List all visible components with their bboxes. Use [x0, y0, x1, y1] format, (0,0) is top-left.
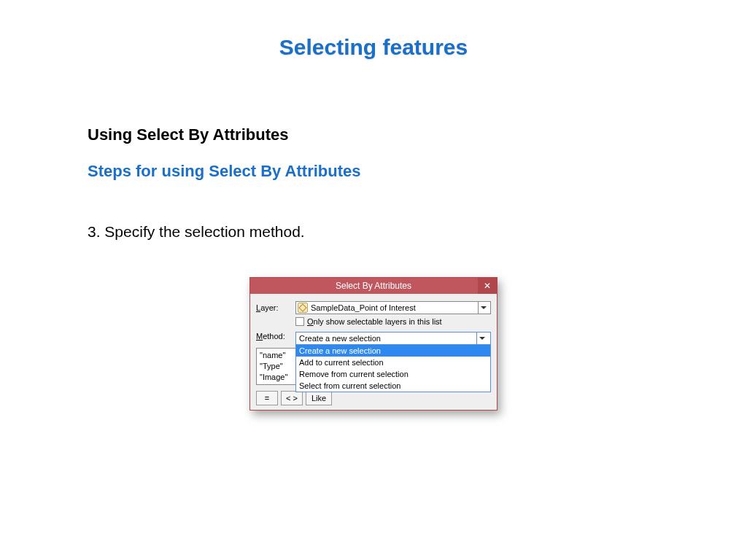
method-value: Create a new selection	[299, 334, 475, 343]
equals-button[interactable]: =	[256, 391, 278, 405]
method-option[interactable]: Add to current selection	[296, 357, 490, 368]
field-item[interactable]: "name"	[260, 350, 299, 361]
like-button[interactable]: Like	[306, 391, 332, 405]
select-by-attributes-dialog: Select By Attributes ✕ Layer: SampleData…	[249, 277, 498, 411]
method-dropdown-list: Create a new selection Add to current se…	[295, 345, 491, 392]
chevron-down-icon	[476, 332, 487, 344]
heading-using-select-by-attributes: Using Select By Attributes	[88, 125, 659, 144]
layer-label: Layer:	[256, 303, 295, 312]
dialog-titlebar: Select By Attributes ✕	[250, 278, 497, 294]
step-text: 3. Specify the selection method.	[88, 223, 659, 241]
layer-icon	[298, 303, 308, 313]
chevron-down-icon	[478, 302, 489, 314]
close-icon: ✕	[484, 281, 491, 290]
expression-box[interactable]	[338, 391, 491, 405]
heading-steps: Steps for using Select By Attributes	[88, 162, 659, 181]
method-option[interactable]: Select from current selection	[296, 380, 490, 392]
dialog-title: Select By Attributes	[336, 281, 411, 291]
method-option[interactable]: Create a new selection	[296, 345, 490, 357]
layer-value: SampleData_Point of Interest	[311, 303, 476, 312]
method-label: Method:	[256, 332, 295, 341]
method-dropdown[interactable]: Create a new selection	[295, 332, 491, 345]
only-selectable-label: Only show selectable layers in this list	[307, 317, 442, 326]
close-button[interactable]: ✕	[478, 278, 497, 294]
layer-dropdown[interactable]: SampleData_Point of Interest	[295, 301, 491, 314]
method-option[interactable]: Remove from current selection	[296, 368, 490, 380]
field-item[interactable]: "Type"	[260, 361, 299, 372]
only-selectable-checkbox[interactable]	[295, 317, 304, 326]
not-equals-button[interactable]: < >	[281, 391, 303, 405]
page-title: Selecting features	[0, 0, 747, 60]
field-item[interactable]: "Image"	[260, 372, 299, 383]
